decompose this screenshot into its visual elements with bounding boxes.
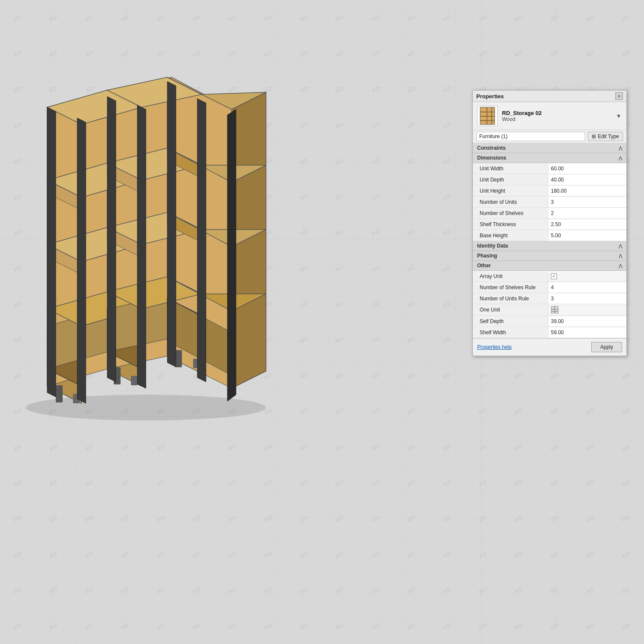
watermark-cell: RD	[423, 172, 472, 221]
base-height-value[interactable]	[548, 230, 626, 241]
constraints-collapse-icon: ⋀	[619, 146, 622, 151]
number-of-shelves-rule-label: Number of Shelves Rule	[473, 283, 548, 292]
watermark-cell: RD	[423, 494, 472, 543]
apply-button[interactable]: Apply	[591, 342, 622, 352]
dimensions-label: Dimensions	[477, 155, 506, 161]
object-name: RD_Storage 02	[502, 110, 611, 116]
watermark-cell: RD	[280, 530, 329, 579]
array-unit-checkbox[interactable]	[551, 273, 557, 279]
watermark-cell: RD	[459, 459, 508, 508]
watermark-cell: RD	[208, 566, 257, 615]
prop-self-depth: Self Depth	[473, 316, 626, 327]
watermark-cell: RD	[566, 530, 615, 579]
watermark-cell: RD	[351, 136, 400, 185]
watermark-cell: RD	[101, 602, 150, 644]
section-dimensions[interactable]: Dimensions ⋀	[473, 153, 626, 163]
prop-number-of-units: Number of Units	[473, 197, 626, 208]
section-phasing[interactable]: Phasing ⋀	[473, 251, 626, 261]
watermark-cell: RD	[315, 244, 364, 293]
properties-panel: Properties × RD_Storage 02 Wood ▼ Furnit…	[472, 90, 627, 356]
watermark-cell: RD	[423, 530, 472, 579]
watermark-cell: RD	[244, 459, 293, 508]
watermark-cell: RD	[602, 29, 644, 78]
section-identity-data[interactable]: Identity Data ⋀	[473, 241, 626, 251]
self-depth-label: Self Depth	[473, 317, 548, 326]
watermark-cell: RD	[387, 65, 436, 114]
number-of-units-rule-value[interactable]	[548, 293, 626, 304]
number-of-shelves-input[interactable]	[551, 210, 624, 216]
unit-height-input[interactable]	[551, 188, 624, 194]
properties-help-link[interactable]: Properties help	[477, 344, 512, 350]
watermark-cell: RD	[280, 208, 329, 257]
unit-depth-input[interactable]	[551, 177, 624, 183]
watermark-cell: RD	[494, 494, 543, 543]
panel-title: Properties	[476, 93, 504, 100]
watermark-cell: RD	[351, 101, 400, 150]
watermark-cell: RD	[136, 530, 185, 579]
unit-height-value[interactable]	[548, 186, 626, 196]
number-of-shelves-value[interactable]	[548, 208, 626, 218]
watermark-cell: RD	[280, 351, 329, 400]
self-depth-input[interactable]	[551, 318, 624, 324]
watermark-cell: RD	[494, 387, 543, 436]
shelf-thickness-input[interactable]	[551, 221, 624, 227]
watermark-cell: RD	[602, 459, 644, 508]
self-depth-value[interactable]	[548, 316, 626, 327]
watermark-cell: RD	[459, 29, 508, 78]
number-of-units-input[interactable]	[551, 199, 624, 205]
watermark-cell: RD	[351, 244, 400, 293]
watermark-cell: RD	[602, 494, 644, 543]
identity-data-label: Identity Data	[477, 243, 508, 249]
one-unit-label: One Unit	[473, 305, 548, 314]
number-of-shelves-rule-input[interactable]	[551, 284, 624, 290]
watermark-cell: RD	[602, 530, 644, 579]
base-height-input[interactable]	[551, 233, 624, 239]
base-height-label: Base Height	[473, 231, 548, 240]
svg-marker-44	[197, 99, 206, 382]
watermark-cell: RD	[566, 602, 615, 644]
svg-rect-50	[487, 107, 487, 124]
unit-width-value[interactable]	[548, 163, 626, 174]
watermark-cell: RD	[0, 566, 42, 615]
family-select[interactable]: Furniture (1)	[476, 132, 585, 141]
watermark-cell: RD	[494, 351, 543, 400]
section-other[interactable]: Other ⋀	[473, 261, 626, 271]
number-of-shelves-rule-value[interactable]	[548, 282, 626, 293]
shelf-thickness-value[interactable]	[548, 219, 626, 230]
unit-width-input[interactable]	[551, 166, 624, 172]
watermark-cell: RD	[423, 387, 472, 436]
watermark-cell: RD	[351, 29, 400, 78]
watermark-cell: RD	[315, 494, 364, 543]
unit-depth-value[interactable]	[548, 175, 626, 185]
edit-type-button[interactable]: ⊞ Edit Type	[588, 132, 623, 141]
panel-dropdown-arrow[interactable]: ▼	[615, 112, 622, 119]
section-constraints[interactable]: Constraints ⋀	[473, 143, 626, 153]
watermark-cell: RD	[459, 0, 508, 42]
watermark-cell: RD	[387, 280, 436, 329]
watermark-cell: RD	[423, 244, 472, 293]
watermark-cell: RD	[351, 459, 400, 508]
prop-unit-depth: Unit Depth	[473, 174, 626, 185]
watermark-cell: RD	[494, 0, 543, 42]
prop-number-of-shelves-rule: Number of Shelves Rule	[473, 282, 626, 293]
watermark-cell: RD	[280, 29, 329, 78]
watermark-cell: RD	[459, 351, 508, 400]
watermark-cell: RD	[351, 351, 400, 400]
watermark-cell: RD	[101, 494, 150, 543]
watermark-cell: RD	[315, 566, 364, 615]
watermark-cell: RD	[423, 459, 472, 508]
panel-header: RD_Storage 02 Wood ▼	[473, 102, 626, 130]
number-of-units-value[interactable]	[548, 197, 626, 207]
one-unit-value	[548, 304, 626, 315]
unit-depth-label: Unit Depth	[473, 175, 548, 184]
shelf-width-input[interactable]	[551, 330, 624, 336]
prop-number-of-units-rule: Number of Units Rule	[473, 293, 626, 304]
watermark-cell: RD	[351, 423, 400, 472]
watermark-cell: RD	[351, 280, 400, 329]
watermark-cell: RD	[0, 459, 42, 508]
watermark-cell: RD	[530, 494, 579, 543]
close-button[interactable]: ×	[615, 92, 623, 100]
number-of-units-rule-input[interactable]	[551, 296, 624, 302]
watermark-cell: RD	[280, 136, 329, 185]
shelf-width-value[interactable]	[548, 327, 626, 338]
